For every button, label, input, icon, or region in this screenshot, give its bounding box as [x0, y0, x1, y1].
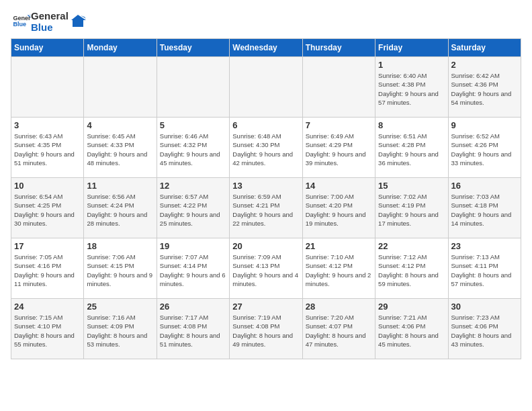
- day-info: Sunrise: 7:00 AM Sunset: 4:20 PM Dayligh…: [306, 192, 372, 228]
- day-number: 19: [160, 241, 226, 251]
- calendar-cell: 19Sunrise: 7:07 AM Sunset: 4:14 PM Dayli…: [157, 238, 229, 299]
- day-info: Sunrise: 6:43 AM Sunset: 4:35 PM Dayligh…: [14, 132, 81, 167]
- calendar-cell: 7Sunrise: 6:49 AM Sunset: 4:29 PM Daylig…: [302, 118, 375, 178]
- day-number: 7: [306, 120, 372, 130]
- day-number: 30: [451, 302, 518, 312]
- day-info: Sunrise: 7:10 AM Sunset: 4:12 PM Dayligh…: [306, 253, 372, 288]
- calendar-cell: 28Sunrise: 7:20 AM Sunset: 4:07 PM Dayli…: [302, 299, 375, 359]
- day-number: 13: [232, 181, 299, 191]
- calendar-cell: [157, 57, 229, 118]
- column-header-friday: Friday: [375, 39, 448, 57]
- day-info: Sunrise: 6:56 AM Sunset: 4:24 PM Dayligh…: [87, 192, 153, 228]
- day-info: Sunrise: 6:49 AM Sunset: 4:29 PM Dayligh…: [306, 132, 372, 167]
- day-info: Sunrise: 6:48 AM Sunset: 4:30 PM Dayligh…: [232, 132, 299, 167]
- calendar-cell: 24Sunrise: 7:15 AM Sunset: 4:10 PM Dayli…: [11, 299, 84, 359]
- day-number: 27: [232, 302, 299, 312]
- calendar-cell: 21Sunrise: 7:10 AM Sunset: 4:12 PM Dayli…: [302, 238, 375, 299]
- calendar-cell: 6Sunrise: 6:48 AM Sunset: 4:30 PM Daylig…: [230, 118, 302, 178]
- day-info: Sunrise: 6:52 AM Sunset: 4:26 PM Dayligh…: [451, 132, 518, 167]
- day-number: 11: [87, 181, 153, 191]
- day-number: 28: [306, 302, 372, 312]
- calendar-cell: 12Sunrise: 6:57 AM Sunset: 4:22 PM Dayli…: [157, 178, 229, 238]
- day-info: Sunrise: 6:59 AM Sunset: 4:21 PM Dayligh…: [232, 192, 299, 228]
- day-info: Sunrise: 6:51 AM Sunset: 4:28 PM Dayligh…: [378, 132, 445, 167]
- day-info: Sunrise: 7:16 AM Sunset: 4:09 PM Dayligh…: [87, 313, 153, 349]
- calendar-cell: 5Sunrise: 6:46 AM Sunset: 4:32 PM Daylig…: [157, 118, 229, 178]
- day-number: 4: [87, 120, 153, 130]
- day-number: 3: [14, 120, 81, 130]
- calendar-cell: 18Sunrise: 7:06 AM Sunset: 4:15 PM Dayli…: [84, 238, 157, 299]
- day-number: 17: [14, 241, 81, 251]
- calendar-cell: 13Sunrise: 6:59 AM Sunset: 4:21 PM Dayli…: [230, 178, 302, 238]
- calendar-cell: [11, 57, 84, 118]
- day-info: Sunrise: 7:05 AM Sunset: 4:16 PM Dayligh…: [14, 253, 81, 288]
- day-number: 18: [87, 241, 153, 251]
- day-info: Sunrise: 6:57 AM Sunset: 4:22 PM Dayligh…: [160, 192, 226, 228]
- day-number: 12: [160, 181, 226, 191]
- day-info: Sunrise: 6:46 AM Sunset: 4:32 PM Dayligh…: [160, 132, 226, 167]
- day-number: 15: [378, 181, 445, 191]
- day-info: Sunrise: 7:13 AM Sunset: 4:11 PM Dayligh…: [451, 253, 518, 288]
- calendar-cell: 27Sunrise: 7:19 AM Sunset: 4:08 PM Dayli…: [230, 299, 302, 359]
- day-number: 14: [306, 181, 372, 191]
- day-number: 9: [451, 120, 518, 130]
- day-number: 10: [14, 181, 81, 191]
- day-info: Sunrise: 6:54 AM Sunset: 4:25 PM Dayligh…: [14, 192, 81, 228]
- day-info: Sunrise: 7:17 AM Sunset: 4:08 PM Dayligh…: [160, 313, 226, 349]
- calendar-cell: 30Sunrise: 7:23 AM Sunset: 4:06 PM Dayli…: [448, 299, 521, 359]
- column-header-saturday: Saturday: [448, 39, 521, 57]
- calendar-table: SundayMondayTuesdayWednesdayThursdayFrid…: [11, 38, 521, 359]
- calendar-cell: [302, 57, 375, 118]
- day-number: 26: [160, 302, 226, 312]
- day-info: Sunrise: 7:23 AM Sunset: 4:06 PM Dayligh…: [451, 313, 518, 349]
- page-header: General Blue General Blue: [11, 11, 521, 33]
- day-number: 21: [306, 241, 372, 251]
- day-info: Sunrise: 7:07 AM Sunset: 4:14 PM Dayligh…: [160, 253, 226, 288]
- day-info: Sunrise: 7:21 AM Sunset: 4:06 PM Dayligh…: [378, 313, 445, 349]
- column-header-wednesday: Wednesday: [230, 39, 302, 57]
- day-number: 25: [87, 302, 153, 312]
- calendar-cell: 10Sunrise: 6:54 AM Sunset: 4:25 PM Dayli…: [11, 178, 84, 238]
- calendar-cell: 20Sunrise: 7:09 AM Sunset: 4:13 PM Dayli…: [230, 238, 302, 299]
- day-info: Sunrise: 7:15 AM Sunset: 4:10 PM Dayligh…: [14, 313, 81, 349]
- day-number: 23: [451, 241, 518, 251]
- logo: General Blue General Blue: [11, 11, 86, 33]
- day-info: Sunrise: 7:20 AM Sunset: 4:07 PM Dayligh…: [306, 313, 372, 349]
- day-number: 22: [378, 241, 445, 251]
- day-number: 8: [378, 120, 445, 130]
- calendar-cell: 16Sunrise: 7:03 AM Sunset: 4:18 PM Dayli…: [448, 178, 521, 238]
- day-number: 29: [378, 302, 445, 312]
- day-info: Sunrise: 7:19 AM Sunset: 4:08 PM Dayligh…: [232, 313, 299, 349]
- day-info: Sunrise: 7:09 AM Sunset: 4:13 PM Dayligh…: [232, 253, 299, 288]
- svg-text:Blue: Blue: [13, 21, 26, 28]
- calendar-cell: [84, 57, 157, 118]
- calendar-cell: [230, 57, 302, 118]
- day-info: Sunrise: 6:45 AM Sunset: 4:33 PM Dayligh…: [87, 132, 153, 167]
- calendar-cell: 14Sunrise: 7:00 AM Sunset: 4:20 PM Dayli…: [302, 178, 375, 238]
- calendar-cell: 8Sunrise: 6:51 AM Sunset: 4:28 PM Daylig…: [375, 118, 448, 178]
- calendar-cell: 2Sunrise: 6:42 AM Sunset: 4:36 PM Daylig…: [448, 57, 521, 118]
- calendar-cell: 17Sunrise: 7:05 AM Sunset: 4:16 PM Dayli…: [11, 238, 84, 299]
- calendar-cell: 15Sunrise: 7:02 AM Sunset: 4:19 PM Dayli…: [375, 178, 448, 238]
- column-header-monday: Monday: [84, 39, 157, 57]
- day-number: 24: [14, 302, 81, 312]
- day-number: 2: [451, 60, 518, 70]
- calendar-cell: 25Sunrise: 7:16 AM Sunset: 4:09 PM Dayli…: [84, 299, 157, 359]
- calendar-cell: 29Sunrise: 7:21 AM Sunset: 4:06 PM Dayli…: [375, 299, 448, 359]
- calendar-cell: 1Sunrise: 6:40 AM Sunset: 4:38 PM Daylig…: [375, 57, 448, 118]
- day-info: Sunrise: 7:06 AM Sunset: 4:15 PM Dayligh…: [87, 253, 153, 288]
- calendar-cell: 3Sunrise: 6:43 AM Sunset: 4:35 PM Daylig…: [11, 118, 84, 178]
- column-header-sunday: Sunday: [11, 39, 84, 57]
- calendar-cell: 11Sunrise: 6:56 AM Sunset: 4:24 PM Dayli…: [84, 178, 157, 238]
- day-number: 5: [160, 120, 226, 130]
- day-info: Sunrise: 6:40 AM Sunset: 4:38 PM Dayligh…: [378, 71, 445, 107]
- day-info: Sunrise: 6:42 AM Sunset: 4:36 PM Dayligh…: [451, 71, 518, 107]
- day-info: Sunrise: 7:03 AM Sunset: 4:18 PM Dayligh…: [451, 192, 518, 228]
- day-number: 6: [232, 120, 299, 130]
- calendar-cell: 22Sunrise: 7:12 AM Sunset: 4:12 PM Dayli…: [375, 238, 448, 299]
- day-number: 1: [378, 60, 445, 70]
- day-info: Sunrise: 7:12 AM Sunset: 4:12 PM Dayligh…: [378, 253, 445, 288]
- column-header-tuesday: Tuesday: [157, 39, 229, 57]
- calendar-cell: 26Sunrise: 7:17 AM Sunset: 4:08 PM Dayli…: [157, 299, 229, 359]
- column-header-thursday: Thursday: [302, 39, 375, 57]
